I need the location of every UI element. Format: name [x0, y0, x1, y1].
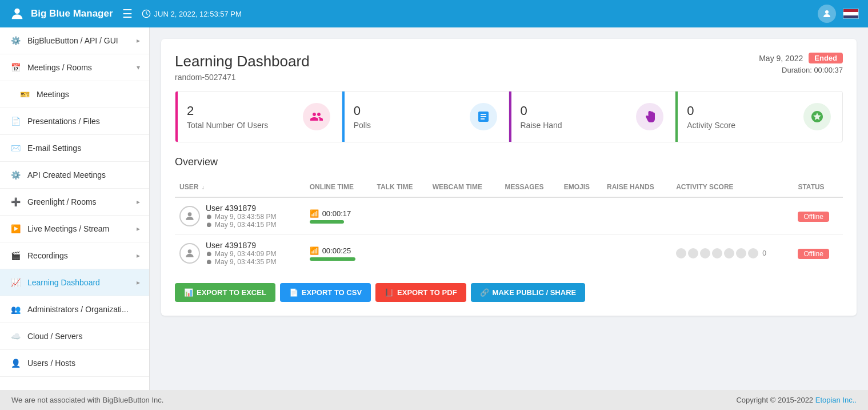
- stat-icon-polls: [470, 103, 497, 130]
- sidebar-item-learning[interactable]: 📈 Learning Dashboard ▸: [0, 269, 149, 296]
- webcam-time-2: [428, 235, 501, 272]
- excel-icon: 📊: [184, 288, 193, 297]
- col-raise-hands: RAISE HANDS: [602, 177, 671, 197]
- time-text-2: 00:00:25: [322, 246, 351, 255]
- user-info-2: User 4391879 ⏺ May 9, 03:44:09 PM ⏺ May …: [179, 241, 301, 266]
- dot: [748, 248, 758, 258]
- sidebar-item-meetings-rooms[interactable]: 📅 Meetings / Rooms ▾: [0, 54, 149, 81]
- sidebar-item-users[interactable]: 👤 Users / Hosts: [0, 350, 149, 377]
- leave-icon: ⏺: [206, 258, 213, 266]
- sidebar-item-presentations[interactable]: 📄 Presentations / Files: [0, 108, 149, 135]
- make-public-button[interactable]: 🔗 MAKE PUBLIC / SHARE: [471, 283, 586, 302]
- dashboard-card: Learning Dashboard random-5027471 May 9,…: [161, 39, 857, 316]
- avatar-icon: [822, 9, 832, 19]
- dot: [736, 248, 746, 258]
- export-excel-label: EXPORT TO EXCEL: [197, 288, 266, 297]
- sidebar-item-label: Administrators / Organizati...: [27, 305, 140, 314]
- ticket-icon: 🎫: [18, 88, 31, 101]
- leave-time-1: May 9, 03:44:15 PM: [215, 221, 276, 229]
- col-status: STATUS: [793, 177, 843, 197]
- join-icon: ⏺: [206, 213, 213, 221]
- user-name-2: User 4391879: [206, 241, 276, 250]
- topbar-right: [818, 5, 859, 23]
- raise-hands-2: [602, 235, 671, 272]
- sidebar-item-label: Meetings / Rooms: [27, 63, 131, 72]
- main-layout: ⚙️ BigBlueButton / API / GUI ▸ 📅 Meeting…: [0, 27, 868, 390]
- stat-bar-activity: [675, 91, 678, 142]
- sidebar-item-live[interactable]: ▶️ Live Meetings / Stream ▸: [0, 216, 149, 242]
- col-emojis: EMOJIS: [559, 177, 602, 197]
- dashboard-date: May 9, 2022: [759, 54, 803, 63]
- offline-badge-2: Offline: [798, 249, 829, 259]
- dot: [688, 248, 698, 258]
- stat-value-users: 2: [187, 104, 268, 118]
- export-csv-label: EXPORT TO CSV: [302, 288, 362, 297]
- sidebar-item-api[interactable]: ⚙️ API Created Meetings: [0, 162, 149, 189]
- stat-label-activity: Activity Score: [687, 121, 735, 130]
- online-time-value-1: 📶 00:00:17: [310, 209, 368, 218]
- sidebar-arrow: ▸: [137, 252, 140, 260]
- user-avatar[interactable]: [818, 5, 836, 23]
- wifi-icon: 📶: [310, 246, 319, 255]
- join-time-1: May 9, 03:43:58 PM: [215, 213, 276, 221]
- avatar-icon: [184, 248, 195, 259]
- stat-bar-raise-hand: [509, 91, 511, 142]
- csv-icon: 📄: [289, 288, 298, 297]
- sidebar-item-label: Meetings: [37, 90, 140, 99]
- talk-time-1: [373, 197, 428, 235]
- svg-point-3: [188, 212, 192, 216]
- user-cell-2: User 4391879 ⏺ May 9, 03:44:09 PM ⏺ May …: [175, 235, 305, 272]
- sidebar-item-admin[interactable]: 👥 Administrators / Organizati...: [0, 296, 149, 323]
- dashboard-header: Learning Dashboard random-5027471 May 9,…: [175, 53, 843, 82]
- activity-score-1: [671, 197, 793, 235]
- sidebar-item-cloud[interactable]: ☁️ Cloud / Servers: [0, 323, 149, 350]
- film-icon: 🎬: [9, 249, 22, 262]
- user-leave-2: ⏺ May 9, 03:44:35 PM: [206, 258, 276, 266]
- users-icon: [310, 110, 323, 124]
- sidebar-item-bigbluebutton[interactable]: ⚙️ BigBlueButton / API / GUI ▸: [0, 27, 149, 54]
- plus-circle-icon: ➕: [9, 196, 22, 208]
- stat-label-raise-hand: Raise Hand: [521, 121, 562, 130]
- sidebar-item-greenlight[interactable]: ➕ Greenlight / Rooms ▸: [0, 189, 149, 216]
- user-info-1: User 4391879 ⏺ May 9, 03:43:58 PM ⏺ May …: [179, 204, 301, 229]
- col-online-time: ONLINE TIME: [305, 177, 373, 197]
- emojis-1: [559, 197, 602, 235]
- app-name: Big Blue Manager: [31, 8, 113, 19]
- main-content: Learning Dashboard random-5027471 May 9,…: [150, 27, 868, 390]
- hamburger-button[interactable]: ☰: [122, 7, 133, 21]
- export-csv-button[interactable]: 📄 EXPORT TO CSV: [280, 283, 371, 302]
- stat-icon-raise-hand: [636, 103, 663, 130]
- sidebar-arrow: ▸: [137, 278, 140, 286]
- talk-time-2: [373, 235, 428, 272]
- sidebar-item-meetings[interactable]: 🎫 Meetings: [0, 81, 149, 108]
- status-2: Offline: [793, 235, 843, 272]
- sidebar-item-label: API Created Meetings: [27, 170, 140, 180]
- sidebar-item-label: Live Meetings / Stream: [27, 224, 131, 233]
- logo-icon: [9, 6, 25, 22]
- export-excel-button[interactable]: 📊 EXPORT TO EXCEL: [175, 283, 275, 302]
- col-webcam-time: WEBCAM TIME: [428, 177, 501, 197]
- status-1: Offline: [793, 197, 843, 235]
- sidebar-arrow: ▾: [137, 63, 140, 71]
- dot: [676, 248, 686, 258]
- sidebar-item-label: E-mail Settings: [27, 144, 140, 153]
- messages-2: [500, 235, 559, 272]
- export-pdf-button[interactable]: 📕 EXPORT TO PDF: [375, 283, 466, 302]
- sidebar-item-recordings[interactable]: 🎬 Recordings ▸: [0, 242, 149, 269]
- stat-label-polls: Polls: [354, 121, 371, 130]
- people-icon: 👥: [9, 303, 22, 316]
- col-user[interactable]: USER ↓: [175, 177, 305, 197]
- chart-icon: 📈: [9, 276, 22, 289]
- col-messages: MESSAGES: [500, 177, 559, 197]
- status-badge: Ended: [809, 53, 843, 63]
- user-name-1: User 4391879: [206, 204, 276, 213]
- clock-icon: [142, 9, 151, 18]
- datetime-text: JUN 2, 2022, 12:53:57 PM: [154, 10, 242, 18]
- footer-link[interactable]: Etopian Inc..: [815, 396, 857, 404]
- flag-icon: [843, 9, 859, 19]
- svg-point-2: [825, 10, 829, 14]
- stat-icon-activity: [803, 103, 831, 130]
- sidebar-item-email[interactable]: ✉️ E-mail Settings: [0, 135, 149, 162]
- datetime-display: JUN 2, 2022, 12:53:57 PM: [142, 9, 242, 18]
- stat-value-polls: 0: [354, 104, 371, 118]
